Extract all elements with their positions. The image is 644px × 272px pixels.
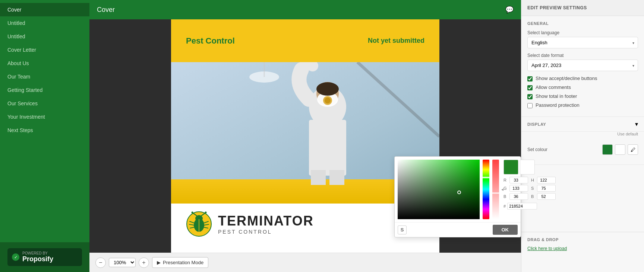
proposal-company: Pest Control (186, 36, 235, 46)
page-title: Cover (97, 6, 115, 14)
s-label: S (531, 186, 536, 191)
sidebar: Cover Untitled Untitled Cover Letter Abo… (0, 0, 89, 272)
svg-rect-12 (311, 170, 326, 185)
show-total-footer-checkbox[interactable] (527, 94, 533, 99)
g-input-row: G S (521, 185, 556, 192)
click-upload-link[interactable]: Click here to upload (527, 246, 567, 251)
sidebar-item-our-services[interactable]: Our Services (0, 97, 89, 110)
minus-icon: − (99, 259, 102, 266)
password-protection-label: Password protection (536, 102, 580, 108)
colour-label: Set colour (527, 147, 547, 152)
language-select[interactable]: English French Spanish German (527, 37, 638, 48)
eyedropper-icon: 🖊 (631, 147, 635, 153)
color-inputs: R H G S B (521, 177, 556, 209)
right-panel: EDIT PREVIEW SETTINGS GENERAL Select lan… (521, 0, 644, 272)
panel-header: EDIT PREVIEW SETTINGS (521, 0, 644, 16)
color-inputs-area: R H G S B (521, 160, 556, 219)
display-section-title: DISPLAY (527, 122, 546, 127)
play-icon: ▶ (157, 260, 161, 265)
terminator-sub: PEST CONTROL (218, 229, 314, 235)
general-section: GENERAL Select language English French S… (521, 16, 644, 117)
panel-title: EDIT PREVIEW SETTINGS (527, 5, 638, 10)
sidebar-item-untitled-1[interactable]: Untitled (0, 16, 89, 30)
g-input[interactable] (521, 185, 528, 192)
date-format-select-wrapper: April 27, 2023 27 April 2023 04/27/2023 … (527, 60, 638, 71)
allow-comments-label: Allow comments (536, 84, 571, 90)
svg-point-10 (316, 82, 339, 96)
green-swatch[interactable] (602, 144, 613, 155)
svg-rect-11 (309, 120, 346, 176)
b-input-row: B B (521, 193, 556, 200)
allow-comments-checkbox[interactable] (527, 85, 533, 90)
proposify-label: Proposify (22, 255, 53, 263)
bottom-toolbar: − 100% 75% 125% 150% + ▶ Presentation Mo… (89, 253, 521, 272)
show-total-footer-row: Show total in footer (527, 93, 638, 99)
presentation-mode-button[interactable]: ▶ Presentation Mode (152, 257, 208, 268)
proposal-status: Not yet submitted (368, 37, 424, 45)
svg-rect-13 (329, 170, 344, 185)
comment-icon[interactable]: 💬 (505, 6, 514, 14)
terminator-logo-svg (186, 211, 212, 237)
svg-point-9 (325, 97, 331, 103)
svg-point-19 (192, 212, 193, 214)
zoom-select[interactable]: 100% 75% 125% 150% (109, 258, 136, 267)
b2-input[interactable] (537, 193, 556, 200)
b2-label: B (531, 194, 536, 199)
show-accept-decline-row: Show accept/decline buttons (527, 76, 638, 81)
sidebar-nav: Cover Untitled Untitled Cover Letter Abo… (0, 0, 89, 242)
colour-swatches: 🖊 (602, 144, 638, 155)
sidebar-logo-area: ✓ POWERED BY Proposify (0, 242, 89, 272)
main-header: Cover 💬 (89, 0, 521, 19)
terminator-name: TERMINATOR (218, 213, 314, 229)
drag-drop-title: DRAG & DROP (527, 237, 638, 242)
date-format-select[interactable]: April 27, 2023 27 April 2023 04/27/2023 (527, 60, 638, 71)
proposify-logo: ✓ POWERED BY Proposify (7, 248, 82, 266)
h-input[interactable] (537, 177, 556, 183)
language-label: Select language (527, 30, 638, 35)
b-input[interactable] (521, 193, 528, 200)
check-icon: ✓ (12, 253, 19, 261)
sidebar-item-about-us[interactable]: About Us (0, 57, 89, 70)
reset-color-swatch[interactable] (521, 160, 535, 175)
colour-row: Set colour 🖊 (527, 144, 638, 155)
white-swatch[interactable] (615, 144, 625, 155)
show-accept-decline-checkbox[interactable] (527, 76, 533, 81)
powered-by-label: POWERED BY (22, 251, 53, 255)
terminator-text-area: TERMINATOR PEST CONTROL (218, 213, 314, 235)
zoom-in-button[interactable]: + (139, 257, 149, 268)
use-default-label: Use default (617, 132, 638, 136)
date-format-label: Select date format (527, 53, 638, 58)
password-protection-checkbox[interactable] (527, 103, 533, 108)
h-label: H (531, 178, 536, 182)
show-total-footer-label: Show total in footer (536, 93, 577, 99)
sidebar-item-our-team[interactable]: Our Team (0, 70, 89, 83)
drag-drop-section: DRAG & DROP Click here to upload (521, 232, 644, 257)
display-section-header[interactable]: DISPLAY (521, 117, 644, 132)
sidebar-item-your-investment[interactable]: Your Investment (0, 110, 89, 124)
svg-point-20 (205, 212, 207, 214)
sidebar-item-next-steps[interactable]: Next Steps (0, 124, 89, 137)
s-input[interactable] (537, 185, 556, 192)
r-input[interactable] (521, 177, 528, 183)
r-input-row: R H (521, 177, 556, 183)
eyedropper-button[interactable]: 🖊 (628, 144, 638, 155)
sidebar-item-untitled-2[interactable]: Untitled (0, 30, 89, 43)
show-accept-decline-label: Show accept/decline buttons (536, 76, 597, 81)
use-default-row: Use default (521, 132, 644, 139)
sidebar-item-cover[interactable]: Cover (0, 3, 89, 16)
proposal-header: Pest Control Not yet submitted (171, 19, 439, 62)
hex-input[interactable] (521, 203, 537, 209)
plus-icon: + (142, 259, 145, 266)
zoom-out-button[interactable]: − (95, 257, 106, 268)
password-protection-row: Password protection (527, 102, 638, 108)
sidebar-item-cover-letter[interactable]: Cover Letter (0, 43, 89, 57)
color-preview-swatches (521, 160, 556, 175)
hex-row: # (521, 203, 556, 209)
sidebar-item-getting-started[interactable]: Getting Started (0, 83, 89, 97)
general-section-title: GENERAL (527, 21, 638, 26)
language-select-wrapper: English French Spanish German ▾ (527, 37, 638, 48)
allow-comments-row: Allow comments (527, 84, 638, 90)
display-chevron-icon (635, 121, 638, 128)
